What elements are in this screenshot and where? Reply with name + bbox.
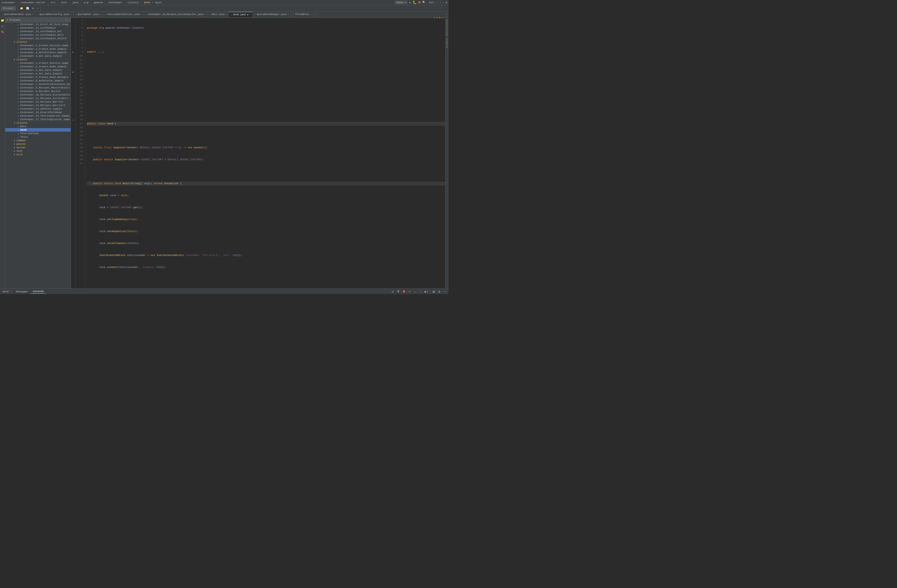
- list-item[interactable]: ☕ Zookeeper_11_Recipes_CyclicBarrier: [5, 96, 71, 100]
- tab-recipes[interactable]: ☕ Zookeeper_10_Recipes_DistAtomicInt.jav…: [144, 12, 208, 17]
- server-name[interactable]: zookeeper-server: [21, 1, 46, 4]
- tab-close[interactable]: ×: [204, 13, 205, 16]
- test-label[interactable]: test: [61, 1, 67, 4]
- tab-quorumpeer[interactable]: ☕ QuorumPeer.java ×: [73, 12, 103, 17]
- stop-button[interactable]: ⏹: [418, 1, 421, 4]
- run-button[interactable]: ▶: [409, 0, 411, 5]
- org-label[interactable]: org: [84, 1, 89, 4]
- editor-content[interactable]: ▶ ▶ ⚠: [71, 18, 445, 289]
- list-item-send[interactable]: ☕ Send: [5, 128, 71, 131]
- tab-close[interactable]: ×: [288, 13, 289, 16]
- branch-label[interactable]: main: [155, 1, 161, 4]
- list-item[interactable]: ▸ common: [5, 139, 71, 142]
- list-item[interactable]: ☕ Zookeeper_2_Create_Node_Sample: [5, 47, 71, 51]
- toolbar-icon-2[interactable]: 🔄: [25, 7, 30, 10]
- tab-close[interactable]: ×: [70, 13, 71, 16]
- tree-settings[interactable]: ⚙: [65, 18, 67, 21]
- java-label[interactable]: java: [72, 1, 78, 4]
- debug-step-into-btn[interactable]: ↓: [413, 289, 418, 294]
- list-item[interactable]: ☕ Zookeeper_4_Get_Data_Sample: [5, 54, 71, 58]
- tab-threadpool[interactable]: ☕ ThreadPool... ×: [291, 12, 318, 17]
- run-config[interactable]: Send ▾: [395, 1, 408, 4]
- structure-icon[interactable]: 🗂: [0, 24, 5, 28]
- sub-tab-debugger[interactable]: Debugger: [14, 290, 30, 293]
- list-item[interactable]: ☕ Zookeeper_12_AuthSample: [5, 26, 71, 29]
- tab-close[interactable]: ×: [225, 13, 227, 16]
- list-item[interactable]: ☕ Zookeeper_6_NodeCache_Sample: [5, 79, 71, 82]
- list-item[interactable]: ☕ Zookeeper_13_Recipes_Barrier2: [5, 104, 71, 107]
- settings-icon[interactable]: ⚙: [445, 1, 447, 4]
- git-update[interactable]: ↑: [439, 1, 441, 4]
- list-item[interactable]: ▸ paxos1: [5, 142, 71, 146]
- list-item[interactable]: ☕ Zookeeper_17_TestingCluster_Samp: [5, 118, 71, 121]
- toolbar-icon-1[interactable]: 📁: [19, 7, 24, 10]
- list-item[interactable]: ☕ Zookeeper_5_Create_Node_Backgro: [5, 75, 71, 79]
- method-arrow[interactable]: ▶: [72, 70, 74, 73]
- list-item[interactable]: ☕ Zookeeper_2_Create_Node_Sample: [5, 65, 71, 68]
- method-arrow[interactable]: ▶: [72, 51, 74, 53]
- client3-label[interactable]: client3: [127, 1, 138, 4]
- send-class-label[interactable]: Send: [144, 1, 150, 4]
- list-item[interactable]: ☕ Recv: [5, 125, 71, 128]
- toolbar-icon-4[interactable]: ⚡: [36, 7, 39, 10]
- list-item[interactable]: ☕ Zookeeper_1_Create_Session_Samp: [5, 44, 71, 47]
- tab-recv[interactable]: ☕ Recv.java ×: [208, 12, 229, 17]
- list-item[interactable]: ☕ Zookeeper_14_AuthSample_Get2: [5, 33, 71, 37]
- tree-collapse[interactable]: —: [67, 18, 69, 21]
- tab-close[interactable]: ×: [99, 13, 101, 16]
- list-item[interactable]: ☕ Zookeeper_4_Set_Data_Sample: [5, 72, 71, 75]
- debug-run-to-cursor-btn[interactable]: ▶|: [424, 289, 429, 294]
- list-item[interactable]: ☕ Zookeeper_3_GetChildren_Sample: [5, 51, 71, 54]
- project-icon[interactable]: 📁: [0, 18, 5, 23]
- list-item[interactable]: ☕ Zookeeper_1_Create_Session_Samp: [5, 61, 71, 65]
- list-item[interactable]: ☕ Zookeeper_10_Recipes_DistAtomicI: [5, 93, 71, 96]
- list-item[interactable]: ☕ Zookeeper_14_ZKPaths_sample: [5, 107, 71, 110]
- list-item[interactable]: ☕ Testx: [5, 135, 71, 139]
- apache-label[interactable]: apache: [94, 1, 103, 4]
- sub-tab-console[interactable]: Console: [31, 290, 46, 294]
- list-item[interactable]: ▸ util: [5, 153, 71, 156]
- debug-step-out-btn[interactable]: ↑: [418, 289, 423, 294]
- debug-settings-btn[interactable]: ⚙: [437, 289, 442, 294]
- code-editor[interactable]: package org.apache.zookeeper.client3; im…: [85, 18, 445, 289]
- tab-fastleaderelection[interactable]: ☕ FastLeaderElection.java ×: [103, 12, 144, 17]
- list-item[interactable]: ☕ Zookeeper_13_AuthSample_Get: [5, 29, 71, 33]
- git-check[interactable]: ✓: [437, 1, 438, 4]
- list-item[interactable]: ▸ server: [5, 146, 71, 149]
- tab-quorumcnx[interactable]: ☕ QuorumCnxManager.java ×: [253, 12, 291, 17]
- list-item[interactable]: ☕ TestTimeTask: [5, 131, 71, 135]
- list-item[interactable]: ▸ client2: [5, 58, 71, 61]
- search-button[interactable]: 🔍: [422, 1, 426, 4]
- project-name[interactable]: zookeeper: [2, 1, 15, 4]
- debug-minimize-btn[interactable]: —: [442, 289, 448, 294]
- gutter-line-14[interactable]: ▶: [71, 70, 75, 74]
- bookmark-icon[interactable]: 🔖: [0, 29, 5, 34]
- list-item[interactable]: ☕ Zookeeper_11_Exist_AP_Sync_Usag: [5, 23, 71, 26]
- tab-quorumpeercfg[interactable]: ☕ QuorumPeerConfig.java ×: [35, 12, 73, 17]
- debug-stop-btn[interactable]: ⏹: [401, 289, 406, 294]
- list-item[interactable]: ☕ Zookeeper_3_Del_Data_Sample: [5, 68, 71, 72]
- database-icon[interactable]: Database: [446, 37, 448, 49]
- list-item[interactable]: ☕ Zookeeper_8_Recipes_MasterSelect: [5, 86, 71, 89]
- tab-close[interactable]: ×: [314, 13, 315, 16]
- git-push[interactable]: ↓: [442, 1, 444, 4]
- tab-overflow-btn[interactable]: ▾: [444, 13, 448, 16]
- list-item[interactable]: ▾ client3: [5, 121, 71, 125]
- list-item[interactable]: ▸ client1: [5, 40, 71, 44]
- tab-close[interactable]: ×: [32, 13, 33, 16]
- list-item[interactable]: ☕ Zookeeper_12_Recipes_Barrier: [5, 100, 71, 104]
- zookeeper-label[interactable]: zookeeper: [108, 1, 122, 4]
- project-toolbar-btn[interactable]: Project: [1, 6, 16, 11]
- list-item[interactable]: ▸ test: [5, 149, 71, 153]
- debug-pause-btn[interactable]: ⏸: [396, 289, 401, 294]
- list-item[interactable]: ☕ Zookeeper_16_TestingServer_Sampl: [5, 114, 71, 118]
- list-item[interactable]: ☕ Zookeeper_9_Recipes_NoLock: [5, 89, 71, 93]
- tab-close[interactable]: ×: [249, 14, 251, 16]
- notifications-icon[interactable]: Notifications: [446, 18, 448, 37]
- list-item[interactable]: ☕ Zookeeper_15_AuthSample_Delete: [5, 37, 71, 40]
- debug-step-over-btn[interactable]: ↷: [407, 289, 412, 294]
- list-item[interactable]: ☕ Zookeeper_7_PathChildrenCache_Sa: [5, 82, 71, 86]
- debug-button[interactable]: 🐛: [413, 0, 416, 5]
- tab-send[interactable]: ☕ Send.java ×: [229, 12, 253, 17]
- gutter-line-9[interactable]: ▶: [71, 50, 75, 54]
